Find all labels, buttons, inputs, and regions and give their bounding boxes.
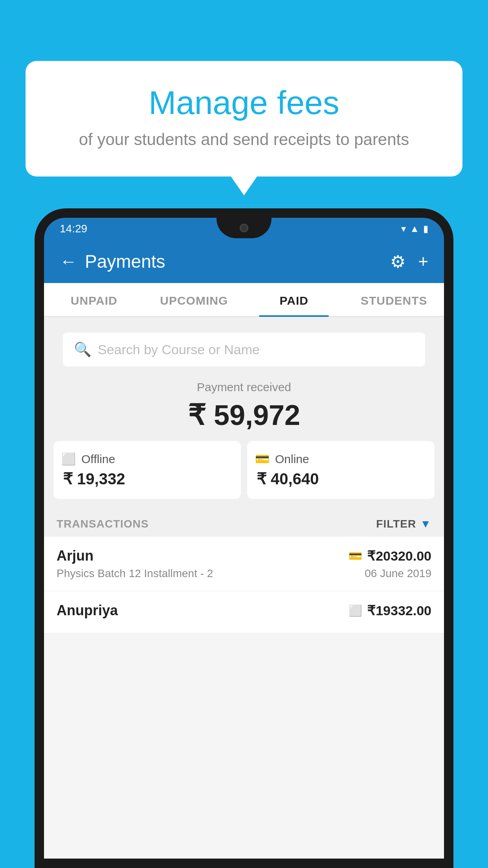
- transaction-amount-arjun: ₹20320.00: [367, 548, 431, 564]
- phone-frame: 14:29 ▾ ▲ ▮ ← Payments ⚙ +: [35, 208, 453, 868]
- tab-upcoming[interactable]: UPCOMING: [144, 283, 244, 316]
- transaction-amount-anupriya: ₹19332.00: [367, 603, 431, 618]
- header-title: Payments: [85, 251, 165, 272]
- transactions-header: TRANSACTIONS FILTER ▼: [44, 508, 444, 537]
- status-icons: ▾ ▲ ▮: [401, 223, 428, 234]
- payment-summary: Payment received ₹ 59,972 ⬜ Offline ₹ 19…: [44, 366, 444, 508]
- online-card: 💳 Online ₹ 40,640: [247, 441, 435, 499]
- signal-icon: ▲: [410, 223, 419, 234]
- notch-cutout: [216, 218, 272, 238]
- app-content: ← Payments ⚙ + UNPAID UPCOMING PAID STUD…: [44, 240, 444, 859]
- camera-dot: [240, 224, 248, 232]
- online-card-header: 💳 Online: [255, 452, 427, 466]
- transaction-top-arjun: Arjun 💳 ₹20320.00: [57, 548, 431, 564]
- transaction-amount-wrap-arjun: 💳 ₹20320.00: [349, 548, 431, 564]
- payment-total: ₹ 59,972: [53, 399, 435, 432]
- tab-paid[interactable]: PAID: [244, 283, 344, 316]
- speech-bubble-container: Manage fees of your students and send re…: [26, 61, 462, 177]
- search-bar[interactable]: 🔍 Search by Course or Name: [63, 333, 425, 366]
- transaction-name-arjun: Arjun: [57, 548, 94, 564]
- filter-button[interactable]: FILTER ▼: [376, 518, 431, 530]
- filter-icon: ▼: [420, 518, 431, 530]
- status-bar: 14:29 ▾ ▲ ▮: [44, 218, 444, 240]
- offline-card: ⬜ Offline ₹ 19,332: [53, 441, 241, 499]
- transaction-row-arjun[interactable]: Arjun 💳 ₹20320.00 Physics Batch 12 Insta…: [44, 537, 444, 591]
- back-button[interactable]: ←: [60, 253, 77, 270]
- battery-icon: ▮: [423, 223, 428, 234]
- header-left: ← Payments: [60, 251, 165, 272]
- payment-cards: ⬜ Offline ₹ 19,332 💳 Online ₹ 40,640: [53, 441, 435, 499]
- transaction-row-anupriya[interactable]: Anupriya ⬜ ₹19332.00: [44, 591, 444, 633]
- transaction-date-arjun: 06 June 2019: [365, 567, 431, 580]
- filter-label: FILTER: [376, 518, 416, 530]
- transaction-amount-wrap-anupriya: ⬜ ₹19332.00: [349, 603, 431, 618]
- settings-icon[interactable]: ⚙: [390, 252, 405, 272]
- speech-bubble: Manage fees of your students and send re…: [26, 61, 462, 177]
- speech-bubble-title: Manage fees: [57, 85, 431, 121]
- tabs-bar: UNPAID UPCOMING PAID STUDENTS: [44, 283, 444, 317]
- offline-amount: ₹ 19,332: [61, 470, 233, 488]
- offline-icon-anupriya: ⬜: [349, 604, 362, 617]
- wifi-icon: ▾: [401, 223, 406, 234]
- card-icon-arjun: 💳: [349, 550, 362, 563]
- offline-icon: ⬜: [61, 452, 76, 466]
- online-icon: 💳: [255, 452, 270, 466]
- search-placeholder: Search by Course or Name: [98, 342, 260, 357]
- transaction-desc-arjun: Physics Batch 12 Installment - 2: [57, 567, 213, 580]
- transactions-label: TRANSACTIONS: [57, 518, 149, 530]
- online-label: Online: [275, 452, 309, 466]
- tab-unpaid[interactable]: UNPAID: [44, 283, 144, 316]
- tab-students[interactable]: STUDENTS: [344, 283, 444, 316]
- search-icon: 🔍: [74, 341, 92, 358]
- online-amount: ₹ 40,640: [255, 470, 427, 488]
- add-button[interactable]: +: [418, 252, 428, 271]
- payment-received-label: Payment received: [53, 381, 435, 394]
- phone-container: 14:29 ▾ ▲ ▮ ← Payments ⚙ +: [35, 208, 453, 868]
- speech-bubble-subtitle: of your students and send receipts to pa…: [57, 130, 431, 149]
- status-time: 14:29: [60, 223, 87, 235]
- offline-label: Offline: [81, 452, 115, 466]
- offline-card-header: ⬜ Offline: [61, 452, 233, 466]
- transaction-name-anupriya: Anupriya: [57, 602, 118, 619]
- app-header: ← Payments ⚙ +: [44, 240, 444, 283]
- header-right: ⚙ +: [390, 252, 428, 272]
- transaction-top-anupriya: Anupriya ⬜ ₹19332.00: [57, 602, 431, 619]
- transaction-bottom-arjun: Physics Batch 12 Installment - 2 06 June…: [57, 567, 431, 580]
